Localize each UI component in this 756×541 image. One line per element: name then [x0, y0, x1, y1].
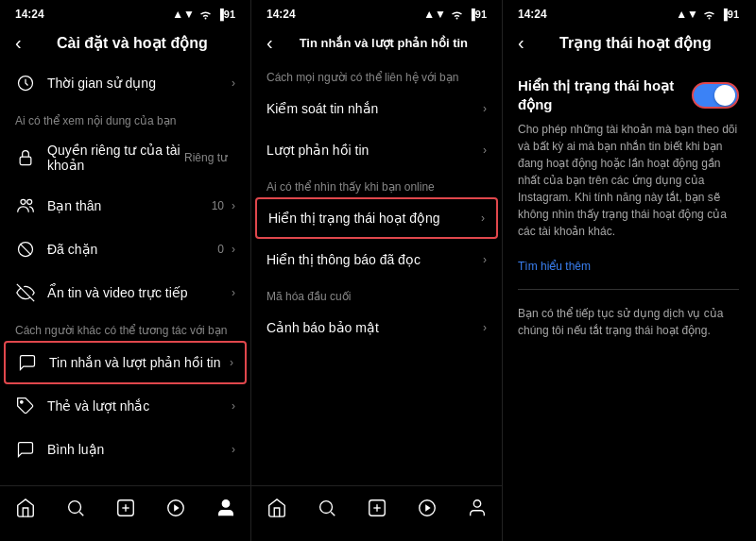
menu-item-time[interactable]: Thời gian sử dụng › [0, 61, 250, 105]
wifi-icon-1 [198, 9, 213, 20]
chevron-hide: › [232, 286, 235, 299]
menu-label-hide-stories: Ẩn tin và video trực tiếp [47, 285, 232, 300]
menu-label-time: Thời gian sử dụng [47, 76, 232, 91]
panel2-item-read[interactable]: Hiển thị thông báo đã đọc › [251, 239, 502, 280]
blocked-badge: 0 [217, 243, 224, 256]
section-label-p2-2: Ai có thể nhìn thấy khi bạn online [251, 171, 502, 197]
svg-point-30 [473, 500, 480, 507]
clock-icon [15, 73, 36, 93]
menu-label-friends: Bạn thân [47, 198, 212, 213]
status-icons-3: ▲▼ ▐91 [676, 8, 739, 21]
page-title-1: Cài đặt và hoạt động [29, 34, 235, 52]
nav-search-2[interactable] [308, 494, 346, 522]
page-title-3: Trạng thái hoạt động [532, 34, 739, 52]
svg-point-23 [319, 501, 332, 514]
nav-header-2: ‹ Tin nhắn và lượt phản hồi tin [251, 25, 502, 61]
lock-icon [15, 147, 36, 168]
nav-profile-2[interactable] [458, 494, 496, 522]
nav-search-1[interactable] [57, 494, 94, 522]
time-3: 14:24 [518, 8, 547, 21]
hide-icon [15, 282, 36, 303]
menu-item-tags[interactable]: Thẻ và lượt nhắc › [0, 384, 250, 428]
message-icon [17, 352, 38, 373]
chevron-security: › [483, 321, 487, 334]
nav-add-1[interactable] [107, 494, 145, 522]
share-icon [15, 482, 36, 485]
section-label-p2-3: Mã hóa đầu cuối [251, 280, 502, 307]
svg-marker-29 [425, 504, 431, 511]
panel2-item-security[interactable]: Cảnh báo bảo mật › [251, 307, 502, 348]
menu-label-blocked: Đã chặn [47, 242, 217, 257]
status-icons-2: ▲▼ ▐91 [423, 8, 487, 21]
menu-item-blocked[interactable]: Đã chặn 0 › [0, 228, 250, 271]
nav-reels-1[interactable] [157, 494, 195, 522]
menu-item-share[interactable]: Chia sẻ › [0, 471, 250, 485]
menu-item-messages[interactable]: Tin nhắn và lượt phản hồi tin › [4, 341, 247, 384]
battery-icon-3: ▐91 [720, 8, 739, 20]
chevron-time: › [232, 76, 235, 90]
svg-point-15 [68, 501, 80, 514]
menu-item-privacy[interactable]: Quyền riêng tư của tài khoản Riêng tư [0, 131, 250, 184]
chevron-messages: › [230, 356, 233, 369]
panel2-item-control[interactable]: Kiểm soát tin nhắn › [251, 88, 502, 129]
people-icon [15, 195, 36, 216]
chevron-blocked: › [232, 243, 235, 256]
section-label-view: Ai có thể xem nội dung của bạn [0, 105, 250, 131]
panel3-content: Hiển thị trạng thái hoạt động Cho phép n… [503, 61, 754, 541]
svg-rect-1 [20, 157, 31, 164]
chevron-control: › [483, 102, 487, 115]
chevron-status: › [481, 211, 485, 225]
privacy-sub: Riêng tư [184, 151, 228, 164]
extra-description: Bạn có thể tiếp tục sử dụng dịch vụ của … [518, 305, 739, 339]
panel2-label-security: Cảnh báo bảo mật [266, 320, 379, 335]
section-label-p2-1: Cách mọi người có thể liên hệ với bạn [251, 61, 502, 88]
nav-profile-1[interactable] [207, 494, 245, 522]
nav-header-1: ‹ Cài đặt và hoạt động [0, 25, 250, 61]
nav-home-1[interactable] [7, 494, 44, 522]
time-2: 14:24 [266, 8, 296, 21]
activity-status-toggle[interactable] [692, 82, 739, 109]
bottom-nav-1 [0, 485, 250, 541]
panel2-item-reply[interactable]: Lượt phản hồi tin › [251, 129, 502, 171]
battery-icon-1: ▐91 [216, 8, 235, 20]
svg-point-3 [27, 199, 32, 204]
back-button-2[interactable]: ‹ [266, 32, 273, 54]
panel2-item-status[interactable]: Hiển thị trạng thái hoạt động › [255, 197, 498, 239]
wifi-icon-3 [702, 9, 716, 20]
menu-item-comments[interactable]: Bình luận › [0, 428, 250, 471]
back-button-1[interactable]: ‹ [15, 32, 22, 54]
menu-item-close-friends[interactable]: Bạn thân 10 › [0, 184, 250, 228]
back-button-3[interactable]: ‹ [518, 32, 524, 54]
chevron-friends: › [232, 199, 235, 212]
menu-scroll-2: Cách mọi người có thể liên hệ với bạn Ki… [251, 61, 502, 485]
menu-label-tags: Thẻ và lượt nhắc [47, 398, 232, 414]
menu-label-privacy: Quyền riêng tư của tài khoản [47, 143, 184, 173]
wifi-icon-2 [450, 9, 464, 20]
divider [518, 289, 739, 290]
chevron-reply: › [483, 144, 487, 157]
panel2-label-status: Hiển thị trạng thái hoạt động [268, 211, 440, 226]
nav-header-3: ‹ Trạng thái hoạt động [503, 25, 754, 61]
toggle-row: Hiển thị trạng thái hoạt động [518, 76, 739, 113]
nav-home-2[interactable] [258, 494, 296, 522]
signal-icon-2: ▲▼ [423, 8, 446, 21]
time-1: 14:24 [15, 8, 44, 21]
menu-label-comments: Bình luận [47, 442, 232, 457]
toggle-title: Hiển thị trạng thái hoạt động [518, 76, 679, 113]
status-bar-2: 14:24 ▲▼ ▐91 [251, 0, 502, 25]
panel-1: 14:24 ▲▼ ▐91 ‹ Cài đặt và hoạt động Thời… [0, 0, 251, 541]
svg-line-16 [79, 512, 83, 516]
status-bar-3: 14:24 ▲▼ ▐91 [503, 0, 754, 25]
battery-icon-2: ▐91 [468, 8, 487, 20]
panel-2: 14:24 ▲▼ ▐91 ‹ Tin nhắn và lượt phản hồi… [251, 0, 503, 541]
nav-add-2[interactable] [358, 494, 396, 522]
bottom-nav-2 [251, 485, 502, 541]
svg-point-7 [21, 401, 24, 404]
svg-marker-21 [174, 504, 180, 511]
menu-item-hide-stories[interactable]: Ẩn tin và video trực tiếp › [0, 271, 250, 314]
menu-label-messages: Tin nhắn và lượt phản hồi tin [49, 355, 230, 370]
learn-more-link[interactable]: Tìm hiểu thêm [518, 260, 591, 273]
status-icons-1: ▲▼ ▐91 [172, 8, 235, 21]
nav-reels-2[interactable] [408, 494, 446, 522]
svg-line-5 [20, 244, 31, 255]
